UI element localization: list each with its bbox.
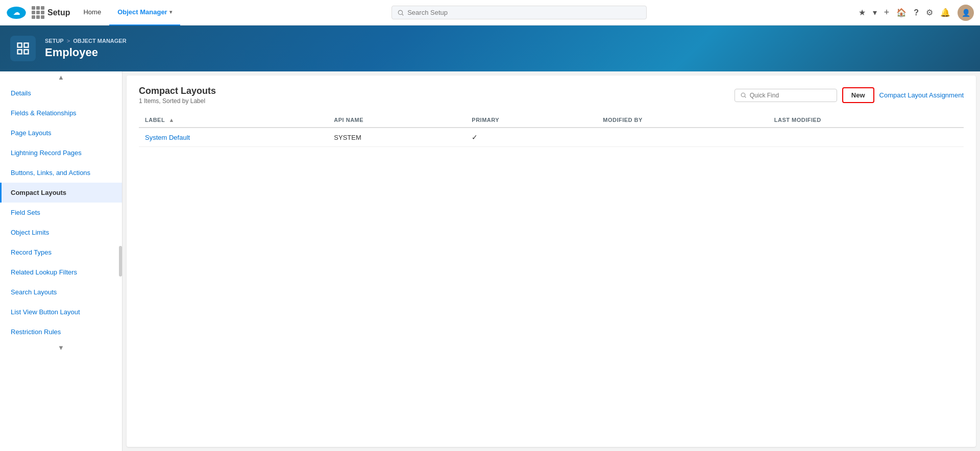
- quick-find-search-icon: [740, 92, 747, 98]
- app-title: Setup: [47, 8, 70, 17]
- sidebar-item-lightning-record-pages[interactable]: Lightning Record Pages: [0, 143, 122, 163]
- new-button[interactable]: New: [842, 87, 874, 103]
- object-title: Employee: [45, 46, 127, 59]
- app-name-area: Setup: [32, 6, 70, 19]
- sidebar-scroll-down[interactable]: ▼: [0, 342, 122, 354]
- svg-point-2: [399, 10, 403, 14]
- global-search-input[interactable]: [407, 9, 641, 16]
- home-icon[interactable]: 🏠: [896, 8, 906, 17]
- object-icon-box: [10, 36, 36, 61]
- svg-rect-5: [24, 43, 28, 47]
- svg-point-8: [741, 93, 745, 97]
- svg-line-3: [402, 14, 404, 15]
- sidebar-scroll-indicator: [119, 246, 122, 277]
- top-nav: ☁ Setup Home Object Manager ▾ ★ ▾ +: [0, 0, 980, 26]
- sidebar-item-compact-layouts[interactable]: Compact Layouts: [0, 183, 122, 203]
- table-row: System Default SYSTEM ✓: [139, 128, 964, 147]
- object-manager-dropdown-arrow[interactable]: ▾: [169, 9, 172, 15]
- breadcrumb-sep: >: [67, 38, 70, 44]
- row-last-modified: [768, 128, 964, 147]
- star-dropdown-icon[interactable]: ▾: [873, 8, 877, 17]
- col-header-modified-by: MODIFIED BY: [597, 113, 768, 128]
- label-sort-arrow: ▲: [169, 117, 175, 123]
- sidebar-item-related-lookup-filters[interactable]: Related Lookup Filters: [0, 262, 122, 282]
- sidebar-item-details[interactable]: Details: [0, 83, 122, 103]
- sidebar-item-restriction-rules[interactable]: Restriction Rules: [0, 322, 122, 342]
- svg-rect-7: [24, 49, 28, 54]
- grid-icon[interactable]: [32, 6, 44, 19]
- add-icon[interactable]: +: [884, 7, 890, 18]
- top-nav-actions: ★ ▾ + 🏠 ? ⚙ 🔔 👤: [859, 5, 974, 21]
- svg-line-9: [745, 96, 746, 97]
- avatar[interactable]: 👤: [958, 5, 974, 21]
- sidebar-item-page-layouts[interactable]: Page Layouts: [0, 123, 122, 143]
- main-area: ▲ Details Fields & Relationships Page La…: [0, 71, 980, 451]
- sidebar-scroll-up[interactable]: ▲: [0, 71, 122, 83]
- tab-object-manager[interactable]: Object Manager ▾: [109, 0, 180, 26]
- sidebar-item-search-layouts[interactable]: Search Layouts: [0, 282, 122, 302]
- sidebar: ▲ Details Fields & Relationships Page La…: [0, 71, 122, 451]
- content-title-area: Compact Layouts 1 Items, Sorted by Label: [139, 86, 216, 105]
- secondary-nav: SETUP > OBJECT MANAGER Employee: [0, 26, 980, 71]
- content-actions: New Compact Layout Assignment: [734, 87, 964, 103]
- help-icon[interactable]: ?: [914, 8, 919, 17]
- search-bar-wrapper: [185, 6, 853, 19]
- sidebar-item-record-types[interactable]: Record Types: [0, 242, 122, 262]
- content-panel: Compact Layouts 1 Items, Sorted by Label…: [127, 76, 976, 447]
- sidebar-item-object-limits[interactable]: Object Limits: [0, 222, 122, 242]
- sidebar-item-field-sets[interactable]: Field Sets: [0, 203, 122, 222]
- star-icon[interactable]: ★: [859, 8, 866, 17]
- global-search-bar: [391, 6, 647, 19]
- row-modified-by: [597, 128, 768, 147]
- compact-layout-assignment-link[interactable]: Compact Layout Assignment: [879, 91, 964, 99]
- col-header-last-modified: LAST MODIFIED: [768, 113, 964, 128]
- sidebar-item-buttons-links-actions[interactable]: Buttons, Links, and Actions: [0, 163, 122, 183]
- object-icon: [16, 41, 30, 56]
- breadcrumb-setup-link[interactable]: SETUP: [45, 38, 64, 44]
- quick-find-wrapper: [734, 89, 837, 102]
- content-subtitle: 1 Items, Sorted by Label: [139, 97, 216, 105]
- svg-rect-6: [18, 49, 22, 54]
- global-search-icon: [397, 9, 404, 16]
- quick-find-input[interactable]: [750, 92, 831, 99]
- breadcrumb-object-manager-link[interactable]: OBJECT MANAGER: [73, 38, 127, 44]
- breadcrumb-area: SETUP > OBJECT MANAGER Employee: [45, 38, 127, 59]
- sidebar-item-fields-relationships[interactable]: Fields & Relationships: [0, 103, 122, 123]
- col-header-primary: PRIMARY: [465, 113, 597, 128]
- col-header-api-name: API NAME: [328, 113, 465, 128]
- sidebar-item-list-view-button-layout[interactable]: List View Button Layout: [0, 302, 122, 322]
- svg-rect-4: [18, 43, 22, 47]
- row-primary: ✓: [465, 128, 597, 147]
- salesforce-logo[interactable]: ☁: [6, 3, 27, 23]
- content-title: Compact Layouts: [139, 86, 216, 96]
- row-label: System Default: [139, 128, 328, 147]
- col-header-label[interactable]: LABEL ▲: [139, 113, 328, 128]
- settings-icon[interactable]: ⚙: [926, 8, 933, 17]
- bell-icon[interactable]: 🔔: [940, 8, 950, 17]
- svg-text:☁: ☁: [13, 9, 20, 16]
- system-default-link[interactable]: System Default: [145, 134, 190, 141]
- compact-layouts-table: LABEL ▲ API NAME PRIMARY MODIFIED BY LAS…: [139, 113, 964, 147]
- content-header: Compact Layouts 1 Items, Sorted by Label…: [139, 86, 964, 105]
- row-api-name: SYSTEM: [328, 128, 465, 147]
- nav-tabs: Home Object Manager ▾: [75, 0, 180, 26]
- tab-home[interactable]: Home: [75, 0, 109, 26]
- breadcrumb: SETUP > OBJECT MANAGER: [45, 38, 127, 44]
- primary-checkmark: ✓: [472, 133, 478, 141]
